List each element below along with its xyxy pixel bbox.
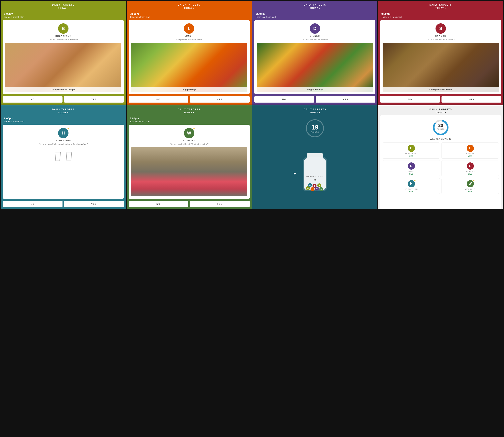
meal-question: Did you eat this for lunch?: [176, 38, 202, 41]
activity-image: [131, 147, 247, 196]
app-title: DAILY TARGETS: [381, 4, 500, 6]
breakfast-summary-icon: B: [408, 145, 415, 152]
summary-item-hydration: H ★ HYDRATION YES: [383, 178, 440, 194]
jar-illustration: B L D W H S B WEEKLY GOAL 28: [297, 141, 333, 205]
meal-type: HYDRATION: [56, 139, 71, 142]
today-label[interactable]: TODAY: [381, 7, 500, 9]
yes-button[interactable]: YES: [64, 201, 124, 207]
summary-item-dinner: D DINNER YES: [383, 160, 440, 176]
yes-button[interactable]: YES: [442, 96, 501, 103]
activity-card: DAILY TARGETS TODAY 9:00pm Today is a fr…: [127, 105, 252, 209]
svg-text:D: D: [316, 188, 318, 190]
svg-text:L: L: [312, 188, 313, 190]
meal-card-body: S SNACKS Did you eat this for a snack? C…: [380, 20, 501, 94]
answer-buttons: NO YES: [127, 199, 252, 209]
app-title: DAILY TARGETS: [4, 108, 123, 110]
meal-question: Did you walk at least 20 minutes today?: [170, 143, 208, 145]
hydration-card: DAILY TARGETS TODAY 9:00pm Today is a fr…: [1, 105, 126, 209]
card-header: DAILY TARGETS TODAY: [378, 105, 503, 115]
no-button[interactable]: NO: [129, 96, 188, 103]
svg-text:S: S: [314, 185, 315, 187]
yes-button[interactable]: YES: [64, 96, 124, 103]
meal-icon: H ★: [58, 128, 69, 138]
app-title: DAILY TARGETS: [130, 108, 248, 110]
yes-button[interactable]: YES: [190, 201, 250, 207]
fresh-start: Today is a fresh start: [127, 120, 252, 125]
today-label[interactable]: TODAY: [130, 7, 248, 9]
summary-item-breakfast: B BREAKFAST YES: [383, 142, 440, 159]
points-label: POINTS: [311, 131, 319, 133]
app-title: DAILY TARGETS: [256, 4, 374, 6]
app-title: DAILY TARGETS: [256, 108, 374, 110]
card-time: 9:00pm: [252, 11, 377, 16]
yes-button[interactable]: YES: [316, 96, 375, 103]
today-label[interactable]: TODAY: [4, 111, 123, 114]
points-circle: 19 POINTS: [306, 119, 324, 137]
meal-icon: S: [435, 23, 446, 34]
card-header: DAILY TARGETS TODAY: [252, 1, 377, 11]
no-button[interactable]: NO: [380, 96, 440, 103]
star-icon: ★: [473, 179, 475, 182]
app-title: DAILY TARGETS: [130, 4, 248, 6]
svg-text:POINTS: POINTS: [437, 128, 445, 130]
points-donut: 20 POINTS: [432, 119, 450, 137]
card-time: 9:00pm: [127, 11, 252, 16]
dinner-summary-icon: D: [408, 162, 415, 170]
card-header: DAILY TARGETS TODAY: [1, 105, 126, 115]
fresh-start: Today is a fresh start: [1, 120, 126, 125]
card-header: DAILY TARGETS TODAY: [127, 105, 252, 115]
today-label[interactable]: TODAY: [256, 7, 374, 9]
food-name: Veggie Stir Fry: [257, 87, 373, 92]
play-arrow[interactable]: ▶: [294, 171, 296, 175]
svg-marker-0: [55, 152, 61, 161]
summary-item-lunch: L LUNCH YES: [442, 142, 499, 159]
walking-status: YES: [468, 190, 473, 193]
answer-buttons: NO YES: [378, 94, 503, 105]
answer-buttons: NO YES: [1, 94, 126, 105]
snacks-summary-icon: S: [467, 162, 474, 170]
today-label[interactable]: TODAY: [256, 111, 374, 114]
svg-text:B: B: [319, 185, 320, 187]
hydration-card-body: H ★ HYDRATION Did you drink 2 glasses of…: [3, 125, 124, 199]
meal-icon: W ★: [184, 128, 194, 138]
yes-button[interactable]: YES: [190, 96, 250, 103]
svg-rect-6: [307, 153, 323, 158]
meal-type: ACTIVITY: [183, 139, 195, 142]
fresh-start: Today is a fresh start: [252, 16, 377, 20]
points-card: DAILY TARGETS TODAY 19 POINTS B L D: [252, 105, 377, 209]
lunch-summary-icon: L: [467, 145, 474, 152]
card-time: 9:00pm: [378, 11, 503, 16]
app-title: DAILY TARGETS: [381, 108, 500, 110]
activity-card-body: W ★ ACTIVITY Did you walk at least 20 mi…: [129, 125, 250, 199]
card-header: DAILY TARGETS TODAY: [127, 1, 252, 11]
no-button[interactable]: NO: [3, 201, 62, 207]
meal-icon: B: [58, 23, 69, 34]
no-button[interactable]: NO: [3, 96, 62, 103]
snacks-card: DAILY TARGETS TODAY 9:00pm Today is a fr…: [378, 1, 503, 105]
no-button[interactable]: NO: [129, 201, 188, 207]
card-header: DAILY TARGETS TODAY: [1, 1, 126, 11]
no-button[interactable]: NO: [254, 96, 314, 103]
summary-item-walking: W ★ WALKING YES: [442, 178, 499, 194]
app-title: DAILY TARGETS: [4, 4, 123, 6]
summary-items-grid: B BREAKFAST YES L LUNCH YES D DINNER YES…: [383, 142, 499, 194]
svg-text:W: W: [320, 188, 322, 190]
star-icon: ★: [414, 179, 416, 182]
today-label[interactable]: TODAY: [130, 111, 248, 114]
today-label[interactable]: TODAY: [381, 111, 500, 114]
answer-buttons: NO YES: [1, 199, 126, 209]
meal-question: Did you drink 2 glasses of water before …: [39, 143, 88, 145]
meal-icon: D: [310, 23, 320, 34]
snacks-status: YES: [468, 173, 473, 175]
summary-body: 20 POINTS WEEKLY GOAL 28 B BREAKFAST YES…: [380, 115, 501, 209]
card-time: 9:00pm: [1, 115, 126, 120]
breakfast-card: DAILY TARGETS TODAY 9:00pm Today is a fr…: [1, 1, 126, 105]
food-image: Veggie Wrap: [131, 43, 247, 92]
glass-icon: [54, 151, 61, 162]
today-label[interactable]: TODAY: [4, 7, 123, 9]
meal-icon: L: [184, 23, 194, 34]
svg-text:28: 28: [313, 179, 316, 182]
points-value: 19: [311, 124, 319, 131]
hydration-status: YES: [409, 190, 413, 193]
breakfast-label: BREAKFAST: [405, 153, 418, 155]
